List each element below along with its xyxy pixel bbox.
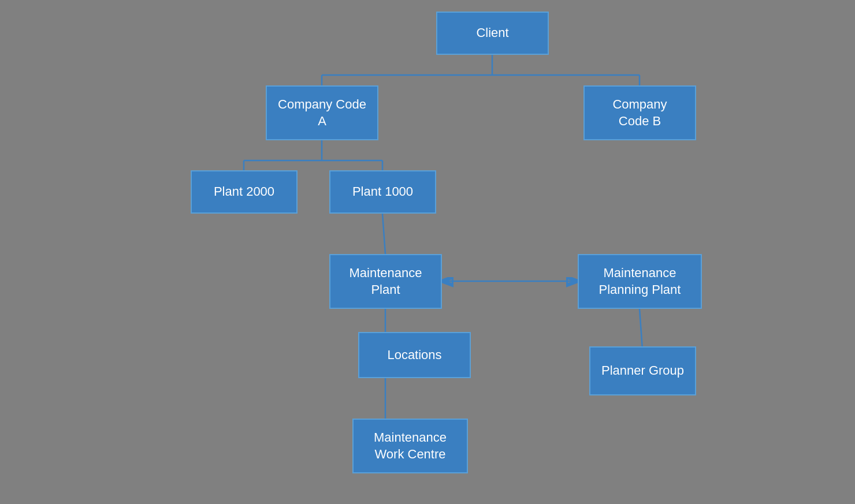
locations-box: Locations <box>358 332 471 378</box>
company-code-a-box: Company Code A <box>266 85 378 140</box>
svg-line-8 <box>382 214 385 254</box>
plant-1000-box: Plant 1000 <box>329 170 436 214</box>
maintenance-plant-box: MaintenancePlant <box>329 254 442 309</box>
svg-line-13 <box>640 309 642 349</box>
maintenance-work-centre-box: MaintenanceWork Centre <box>352 419 468 473</box>
maintenance-planning-plant-box: MaintenancePlanning Plant <box>578 254 702 309</box>
company-code-b-box: CompanyCode B <box>583 85 696 140</box>
client-box: Client <box>436 12 549 55</box>
diagram-container: Client Company Code A CompanyCode B Plan… <box>0 0 855 504</box>
planner-group-box: Planner Group <box>589 346 696 395</box>
plant-2000-box: Plant 2000 <box>191 170 298 214</box>
